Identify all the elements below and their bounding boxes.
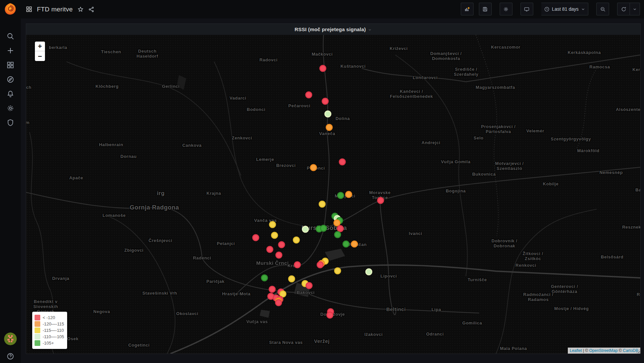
grafana-logo[interactable] — [4, 2, 17, 16]
rssi-measurement-dot[interactable] — [288, 276, 295, 283]
zoom-out-time-button[interactable] — [596, 3, 609, 15]
cartodb-link[interactable]: CartoDB — [623, 348, 638, 353]
map-zoom-out-button[interactable]: − — [35, 51, 45, 61]
dashboard-title[interactable]: FTD meritve — [37, 6, 73, 13]
leaflet-link[interactable]: Leaflet — [570, 348, 582, 353]
openstreetmap-link[interactable]: OpenStreetMap — [589, 348, 618, 353]
rssi-measurement-dot[interactable] — [261, 275, 268, 282]
rssi-measurement-dot[interactable] — [269, 221, 276, 228]
time-range-picker[interactable]: Last 81 days — [541, 3, 588, 15]
refresh-button[interactable] — [617, 3, 630, 15]
rssi-measurement-dot[interactable] — [294, 261, 301, 268]
rssi-measurement-dot[interactable] — [339, 159, 346, 166]
share-icon[interactable] — [88, 6, 94, 12]
top-navbar: FTD meritve — [0, 0, 644, 18]
legend-row: -110—-105 — [35, 334, 64, 340]
sidebar-menu — [0, 32, 21, 127]
dashboard-grid-icon — [26, 6, 32, 12]
create-plus-icon[interactable] — [6, 47, 14, 55]
rssi-measurement-dot[interactable] — [320, 225, 327, 232]
configuration-gear-icon[interactable] — [6, 104, 14, 112]
map-attribution: Leaflet | © OpenStreetMap © CartoDB — [568, 348, 640, 354]
help-icon[interactable] — [6, 352, 14, 360]
time-range-label: Last 81 days — [552, 6, 579, 12]
rssi-measurement-dot[interactable] — [319, 65, 327, 72]
legend-row: -105+ — [35, 340, 64, 346]
legend-color-swatch — [35, 327, 40, 333]
left-sidebar — [0, 0, 21, 363]
legend-row: -115—-110 — [35, 327, 64, 333]
rssi-measurement-dot[interactable] — [305, 92, 312, 99]
save-dashboard-button[interactable] — [479, 3, 492, 15]
legend-color-swatch — [35, 315, 40, 320]
user-avatar[interactable] — [4, 332, 17, 345]
rssi-measurement-dot[interactable] — [327, 312, 334, 319]
legend-label: -110—-105 — [43, 334, 64, 339]
add-panel-button[interactable] — [461, 3, 474, 15]
rssi-measurement-dot[interactable] — [334, 267, 341, 275]
rssi-measurement-dot[interactable] — [317, 261, 324, 268]
map-zoom-in-button[interactable]: + — [35, 42, 45, 51]
rssi-measurement-dot[interactable] — [271, 232, 278, 239]
alerting-bell-icon[interactable] — [6, 90, 14, 98]
admin-shield-icon[interactable] — [6, 119, 14, 127]
basemap-roads — [26, 35, 640, 354]
rssi-measurement-dot[interactable] — [337, 192, 344, 199]
dashboard-settings-button[interactable] — [500, 3, 512, 15]
tv-mode-button[interactable] — [521, 3, 533, 15]
search-icon[interactable] — [6, 32, 14, 40]
legend-color-swatch — [35, 321, 40, 327]
map-canvas[interactable]: + − < -120-120—-115-115—-110-110—-105-10… — [26, 35, 640, 354]
legend-label: -115—-110 — [43, 328, 64, 333]
rssi-measurement-dot[interactable] — [377, 197, 384, 204]
rssi-measurement-dot[interactable] — [345, 191, 352, 198]
navbar-actions: Last 81 days — [461, 3, 640, 15]
attribution-separator-2: © — [617, 348, 623, 353]
rssi-measurement-dot[interactable] — [293, 237, 300, 244]
sidebar-bottom — [0, 332, 21, 360]
rssi-measurement-dot[interactable] — [334, 231, 341, 238]
rssi-measurement-dot[interactable] — [326, 124, 333, 131]
legend-row: < -120 — [35, 315, 64, 320]
rssi-measurement-dot[interactable] — [276, 252, 283, 259]
rssi-measurement-dot[interactable] — [302, 226, 309, 233]
panel-menu-caret-icon — [368, 28, 372, 32]
attribution-separator: | © — [582, 348, 589, 353]
legend-label: -105+ — [43, 341, 54, 346]
rssi-measurement-dot[interactable] — [365, 268, 373, 276]
map-legend: < -120-120—-115-115—-110-110—-105-105+ — [32, 312, 67, 349]
legend-label: -120—-115 — [43, 321, 64, 326]
legend-color-swatch — [35, 334, 40, 340]
rssi-measurement-dot[interactable] — [322, 98, 329, 105]
breadcrumb: FTD meritve — [26, 6, 94, 13]
rssi-measurement-dot[interactable] — [269, 286, 276, 293]
rssi-measurement-dot[interactable] — [306, 282, 313, 289]
explore-compass-icon[interactable] — [6, 75, 14, 83]
map-zoom-control: + − — [35, 42, 45, 61]
star-icon[interactable] — [78, 6, 84, 12]
rssi-measurement-dot[interactable] — [252, 234, 259, 241]
panel-header[interactable]: RSSI (moč prejetega signala) — [26, 24, 640, 35]
legend-label: < -120 — [43, 315, 55, 320]
refresh-interval-dropdown[interactable] — [630, 3, 640, 15]
rssi-measurement-dot[interactable] — [310, 164, 317, 171]
dashboards-icon[interactable] — [6, 61, 14, 69]
rssi-measurement-dot[interactable] — [278, 241, 285, 248]
rssi-measurement-dot[interactable] — [266, 246, 274, 253]
rssi-measurement-dot[interactable] — [325, 111, 332, 118]
panel-title: RSSI (moč prejetega signala) — [295, 26, 366, 32]
rssi-measurement-dot[interactable] — [319, 201, 326, 208]
legend-row: -120—-115 — [35, 321, 64, 327]
map-panel: RSSI (moč prejetega signala) — [26, 23, 641, 354]
rssi-measurement-dot[interactable] — [275, 299, 282, 306]
rssi-measurement-dot[interactable] — [351, 241, 358, 248]
rssi-measurement-dot[interactable] — [343, 241, 350, 248]
legend-color-swatch — [35, 340, 40, 346]
